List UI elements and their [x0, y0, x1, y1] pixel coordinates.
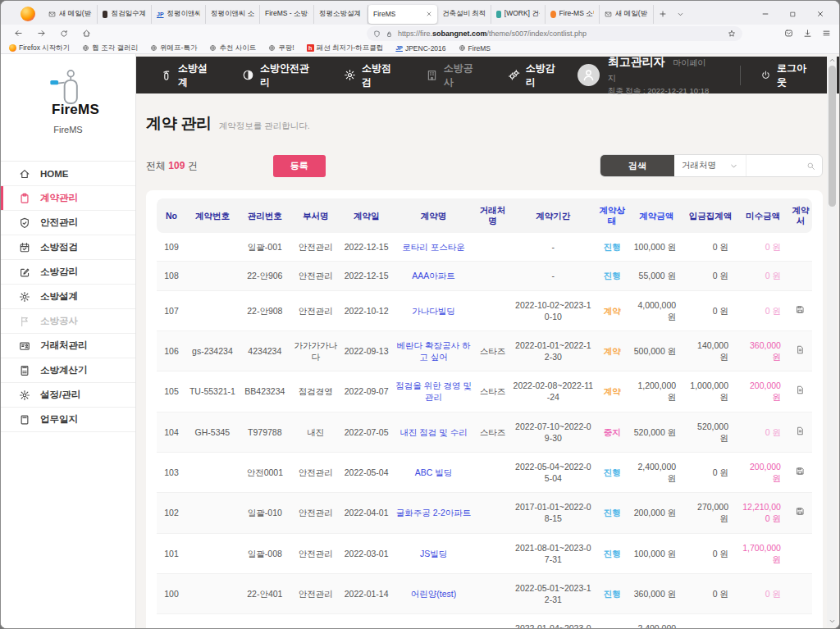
- reload-button[interactable]: [60, 26, 68, 41]
- hamburger-menu-icon[interactable]: [822, 26, 831, 41]
- cell-no: 102: [157, 493, 186, 533]
- page-subtitle: 계약정보를 관리합니다.: [219, 121, 310, 132]
- bookmark-item[interactable]: Firefox 시작하기: [9, 43, 70, 53]
- cell-dept: 안전관리: [291, 574, 340, 614]
- sidebar-item-소방감리[interactable]: 소방감리: [1, 260, 135, 285]
- contracts-table-card: No계약번호관리번호부서명계약일계약명거래처명계약기간계약상태계약금액입금집계액…: [146, 190, 823, 628]
- forward-button[interactable]: [37, 26, 46, 41]
- browser-tab[interactable]: 건축설비 최적화 시스: [437, 5, 491, 24]
- browser-tab[interactable]: Fire-MS 소방넷: [546, 5, 600, 24]
- minimize-button[interactable]: [761, 10, 769, 18]
- sidebar-item-업무일지[interactable]: 업무일지: [1, 408, 135, 432]
- search-filter-select[interactable]: 거래처명: [674, 155, 746, 176]
- contract-link[interactable]: ABC 빌딩: [415, 467, 453, 477]
- new-tab-button[interactable]: [659, 10, 667, 18]
- search-input[interactable]: [753, 161, 802, 171]
- scrollbar-thumb[interactable]: [829, 66, 836, 207]
- save-icon[interactable]: [796, 507, 805, 516]
- close-window-button[interactable]: [816, 10, 824, 18]
- cell-amount: 2,400,000 원: [628, 452, 684, 492]
- contract-link[interactable]: 점검을 위한 경영 및 관리: [395, 381, 472, 402]
- sidebar-item-소방설계[interactable]: 소방설계: [1, 285, 135, 309]
- browser-tab[interactable]: [WORK] 건축설비: [491, 5, 546, 24]
- bookmark-item[interactable]: JPJPENC-2016: [395, 44, 445, 52]
- browser-tab[interactable]: 정평소방설계 프로그: [314, 5, 368, 24]
- doc-icon[interactable]: [796, 385, 805, 394]
- bookmark-item[interactable]: 추천 사이트: [209, 43, 256, 53]
- shield-half-icon: [242, 69, 254, 81]
- pocket-icon[interactable]: [784, 26, 793, 41]
- browser-tab[interactable]: 점검일수계산기: [98, 5, 152, 24]
- sidebar-item-설정/관리[interactable]: 설정/관리: [1, 383, 135, 408]
- scroll-down-icon[interactable]: [829, 618, 836, 625]
- sidebar-item-소방점검[interactable]: 소방점검: [1, 235, 135, 260]
- register-button[interactable]: 등록: [273, 155, 326, 177]
- browser-tab[interactable]: 새 메일(받은메일: [43, 5, 98, 24]
- contract-link[interactable]: AAA아파트: [412, 271, 455, 280]
- bookmark-item[interactable]: 위메프-특가: [150, 43, 197, 53]
- lock-icon[interactable]: [386, 26, 393, 41]
- contract-link[interactable]: JS빌딩: [420, 549, 447, 558]
- sidebar-item-계약관리[interactable]: 계약관리: [1, 186, 135, 211]
- browser-tab[interactable]: 정평이앤씨 소방안전: [206, 5, 260, 24]
- globe-icon: [209, 44, 217, 52]
- sidebar-item-안전관리[interactable]: 안전관리: [1, 211, 135, 235]
- firefox-icon[interactable]: [21, 7, 35, 21]
- shield-permissions-icon[interactable]: [373, 26, 381, 41]
- contract-link[interactable]: 베란다 확장공사 하고 싶어: [397, 340, 471, 362]
- contract-link[interactable]: 로타리 포스타운: [402, 242, 464, 252]
- scroll-up-icon[interactable]: [829, 57, 836, 64]
- bookmark-item[interactable]: 웹 조각 갤러리: [82, 43, 138, 53]
- address-bar[interactable]: https://fire.sobangnet.com/theme/s007/in…: [367, 26, 742, 41]
- cell-deposit: 0 원: [684, 290, 737, 330]
- table-row: 102일괄-010안전관리2022-04-01굴화주공 2-2아파트2017-0…: [157, 493, 812, 533]
- bookmark-star-icon[interactable]: [728, 30, 736, 38]
- doc-icon[interactable]: [796, 426, 805, 435]
- contract-link[interactable]: 어린양(test): [411, 589, 456, 599]
- cell-contract-no: [186, 493, 239, 533]
- topnav-item-소방점검[interactable]: 소방점검: [331, 62, 413, 89]
- sidebar-item-거래처관리[interactable]: 거래처관리: [1, 334, 135, 358]
- cell-dept: 안전관리: [291, 614, 340, 628]
- cell-client: 스타즈: [474, 412, 510, 452]
- topnav-item-소방안전관리[interactable]: 소방안전관리: [230, 62, 331, 89]
- search-icon[interactable]: [806, 162, 815, 171]
- back-button[interactable]: [14, 26, 23, 41]
- topnav-item-소방설계[interactable]: 소방설계: [148, 62, 230, 89]
- bookmark-item[interactable]: FireMS: [459, 44, 491, 52]
- chevron-down-icon: [729, 162, 738, 171]
- cell-client: [474, 262, 510, 290]
- topnav-item-소방감리[interactable]: 소방감리: [495, 62, 578, 89]
- sidebar-item-소방공사[interactable]: 소방공사: [1, 309, 135, 334]
- browser-tab[interactable]: 새 메일(받은메일: [600, 5, 654, 24]
- logout-button[interactable]: 로그아웃: [760, 62, 816, 89]
- save-icon[interactable]: [796, 305, 805, 314]
- contract-link[interactable]: 굴화주공 2-2아파트: [396, 508, 472, 517]
- sidebar-item-HOME[interactable]: HOME: [1, 162, 135, 186]
- contract-link[interactable]: 가나다빌딩: [412, 306, 455, 316]
- home-button[interactable]: [82, 26, 91, 41]
- browser-tab[interactable]: JP정평이앤씨 소방: [152, 5, 206, 24]
- doc-icon[interactable]: [796, 345, 805, 354]
- browser-tab[interactable]: FireMS - 소방감리 프: [260, 5, 314, 24]
- search-button[interactable]: 검색: [600, 155, 674, 176]
- bookmark-item[interactable]: 쿠팡!: [268, 43, 294, 53]
- avatar[interactable]: [578, 64, 600, 86]
- tab-list-chevron-icon[interactable]: [677, 11, 684, 18]
- browser-tab[interactable]: FireMS: [368, 5, 437, 24]
- close-tab-icon[interactable]: [426, 11, 432, 17]
- column-header: No: [157, 198, 186, 233]
- cell-amount: 500,000 원: [628, 330, 684, 371]
- topnav-item-소방공사[interactable]: 소방공사: [413, 62, 495, 89]
- cell-deposit: 0 원: [684, 533, 737, 573]
- cell-dept: 점검경영: [291, 371, 340, 412]
- bookmark-item[interactable]: h패션 최저가-하프클럽: [307, 43, 384, 53]
- page-scrollbar[interactable]: [827, 55, 837, 627]
- maximize-button[interactable]: [789, 11, 797, 18]
- globe-icon: [268, 44, 276, 52]
- contract-link[interactable]: 내진 점검 및 수리: [399, 427, 467, 437]
- sidebar-item-소방계산기[interactable]: 소방계산기: [1, 358, 135, 383]
- save-icon[interactable]: [796, 467, 805, 476]
- downloads-icon[interactable]: [803, 26, 812, 41]
- cell-contract-no: [186, 290, 239, 330]
